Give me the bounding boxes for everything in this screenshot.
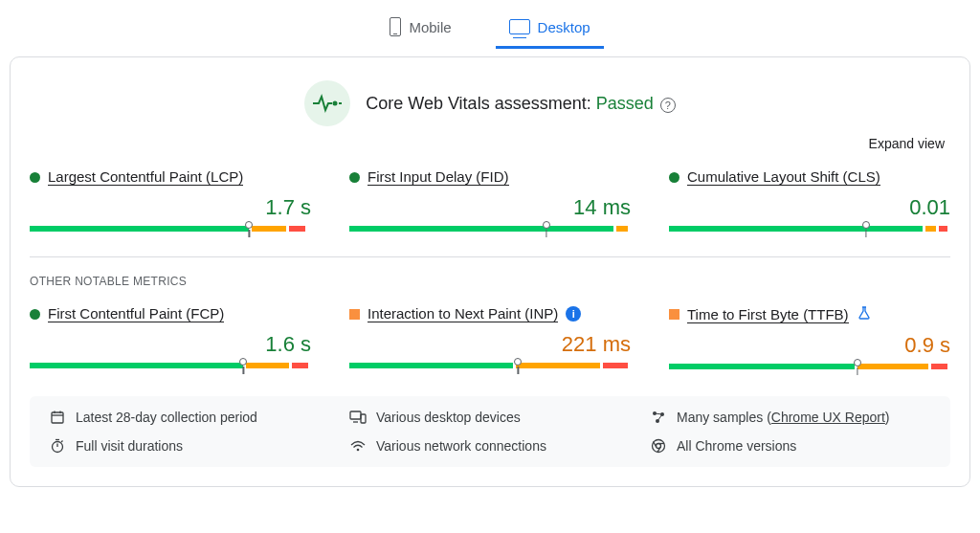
assessment-label: Core Web Vitals assessment:	[366, 94, 590, 113]
network-icon	[349, 439, 367, 453]
pulse-icon	[304, 80, 350, 126]
metric-name-link[interactable]: First Input Delay (FID)	[368, 168, 509, 186]
svg-line-17	[61, 441, 63, 443]
field-data-card: Core Web Vitals assessment: Passed ? Exp…	[10, 56, 970, 487]
assessment-status: Passed	[596, 94, 654, 113]
calendar-icon	[49, 410, 66, 425]
chrome-icon	[650, 438, 667, 454]
distribution-bar	[349, 226, 631, 232]
metric-name-link[interactable]: Largest Contentful Paint (LCP)	[48, 168, 243, 186]
other-metrics-label: OTHER NOTABLE METRICS	[30, 275, 950, 288]
crux-report-link[interactable]: Chrome UX Report	[771, 410, 885, 425]
status-dot-green	[669, 172, 679, 183]
footer-versions: All Chrome versions	[650, 438, 931, 454]
distribution-bar	[30, 226, 311, 232]
timer-icon	[49, 438, 66, 454]
metric-value: 0.9 s	[669, 333, 950, 358]
tab-desktop-label: Desktop	[538, 19, 590, 35]
metric: Interaction to Next Paint (INP)i221 ms	[349, 305, 631, 369]
devices-icon	[349, 411, 367, 424]
status-dot-green	[349, 172, 360, 183]
tab-mobile[interactable]: Mobile	[376, 8, 464, 49]
metric: First Contentful Paint (FCP)1.6 s	[30, 305, 311, 369]
metric: First Input Delay (FID)14 ms	[349, 168, 631, 232]
status-square-orange	[349, 309, 360, 320]
metric: Cumulative Layout Shift (CLS)0.01	[669, 168, 950, 232]
mobile-icon	[390, 17, 401, 36]
status-square-orange	[669, 309, 679, 320]
footer-network: Various network connections	[349, 438, 631, 454]
distribution-bar	[669, 226, 950, 232]
footer-period: Latest 28-day collection period	[49, 410, 330, 425]
info-icon[interactable]: i	[566, 306, 581, 322]
help-icon[interactable]: ?	[660, 98, 676, 113]
metric-name-link[interactable]: Time to First Byte (TTFB)	[687, 306, 849, 323]
collection-info-footer: Latest 28-day collection period Various …	[30, 396, 950, 467]
expand-view-button[interactable]: Expand view	[35, 136, 945, 151]
desktop-icon	[509, 19, 530, 34]
svg-point-18	[357, 449, 360, 452]
svg-rect-1	[339, 102, 342, 104]
metric-value: 0.01	[669, 195, 950, 220]
metric-value: 221 ms	[349, 332, 631, 357]
device-tabs: Mobile Desktop	[0, 0, 980, 49]
distribution-bar	[349, 363, 631, 368]
svg-line-13	[657, 414, 662, 421]
svg-rect-6	[350, 411, 361, 419]
primary-metrics-grid: Largest Contentful Paint (LCP)1.7 sFirst…	[30, 168, 950, 232]
assessment-text: Core Web Vitals assessment: Passed ?	[366, 94, 676, 114]
assessment-row: Core Web Vitals assessment: Passed ?	[30, 80, 950, 126]
percentile-marker	[543, 221, 550, 229]
metric-name-link[interactable]: First Contentful Paint (FCP)	[48, 305, 224, 322]
svg-line-22	[654, 442, 657, 448]
metric-value: 1.7 s	[30, 195, 311, 220]
metric-value: 14 ms	[349, 195, 631, 220]
svg-point-0	[333, 101, 338, 106]
status-dot-green	[30, 309, 40, 320]
svg-rect-8	[361, 414, 366, 423]
samples-icon	[650, 410, 667, 425]
distribution-bar	[30, 363, 311, 368]
flask-icon	[857, 305, 872, 323]
svg-rect-2	[52, 412, 63, 423]
tab-mobile-label: Mobile	[409, 19, 451, 35]
footer-samples: Many samples (Chrome UX Report)	[650, 410, 931, 425]
distribution-bar	[669, 364, 950, 369]
metric-value: 1.6 s	[30, 332, 311, 357]
footer-durations: Full visit durations	[49, 438, 330, 454]
status-dot-green	[30, 172, 40, 183]
percentile-marker	[862, 221, 870, 229]
metric-name-link[interactable]: Interaction to Next Paint (INP)	[368, 305, 558, 322]
metric: Time to First Byte (TTFB)0.9 s	[669, 305, 950, 369]
tab-desktop[interactable]: Desktop	[496, 8, 604, 49]
footer-devices: Various desktop devices	[349, 410, 631, 425]
other-metrics-grid: First Contentful Paint (FCP)1.6 sInterac…	[30, 305, 950, 369]
metric-name-link[interactable]: Cumulative Layout Shift (CLS)	[687, 168, 880, 186]
metric: Largest Contentful Paint (LCP)1.7 s	[30, 168, 311, 232]
percentile-marker	[854, 359, 861, 366]
divider	[30, 256, 950, 257]
